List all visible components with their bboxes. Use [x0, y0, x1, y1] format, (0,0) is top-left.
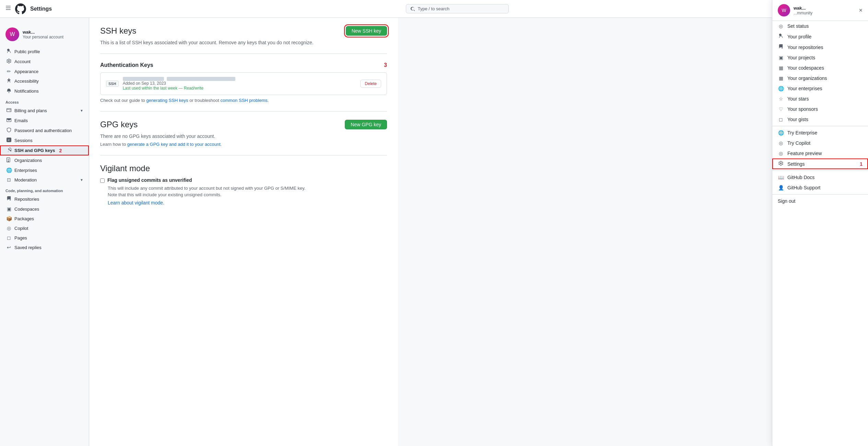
beaker-icon: ◎	[778, 151, 784, 156]
generate-gpg-link[interactable]: generate a GPG key and add it to your ac…	[127, 142, 221, 147]
sidebar-item-label: Organizations	[14, 158, 42, 163]
sidebar-item-sessions[interactable]: Sessions	[0, 136, 89, 145]
key-added-date: Added on Sep 13, 2023	[123, 81, 356, 86]
dropdown-item-label: Feature preview	[787, 151, 822, 156]
learn-pre: Learn how to	[100, 142, 127, 147]
vigilant-checkbox-row: Flag unsigned commits as unverified	[100, 177, 387, 183]
sidebar-item-enterprises[interactable]: 🌐 Enterprises	[0, 165, 89, 175]
sidebar-item-notifications[interactable]: Notifications	[0, 86, 89, 96]
close-dropdown-button[interactable]: ×	[859, 7, 863, 14]
dropdown-your-codespaces[interactable]: ▦ Your codespaces	[772, 63, 868, 73]
enterprise-icon: 🌐	[778, 130, 784, 136]
sidebar-item-label: Account	[14, 59, 31, 64]
dropdown-divider-1	[772, 126, 868, 126]
sidebar-item-label: Moderation	[14, 177, 37, 183]
sidebar-item-password[interactable]: Password and authentication	[0, 126, 89, 136]
guide-text: Check out our guide to generating SSH ke…	[100, 98, 387, 103]
dropdown-avatar: W	[778, 4, 790, 16]
dropdown-your-projects[interactable]: ▣ Your projects	[772, 52, 868, 63]
copilot-icon: ◎	[6, 225, 12, 231]
sidebar-item-label: Accessibility	[14, 79, 39, 84]
dropdown-your-organizations[interactable]: ▦ Your organizations	[772, 73, 868, 83]
generating-ssh-keys-link[interactable]: generating SSH keys	[146, 98, 188, 103]
dropdown-github-docs[interactable]: 📖 GitHub Docs	[772, 172, 868, 183]
dropdown-settings[interactable]: Settings 1	[772, 159, 868, 169]
guide-text-mid: or troubleshoot	[188, 98, 221, 103]
sidebar-item-label: Password and authentication	[14, 128, 72, 133]
sidebar-item-account[interactable]: Account	[0, 57, 89, 67]
sidebar: W wak... Your personal account Public pr…	[0, 18, 89, 446]
sidebar-item-label: Appearance	[14, 69, 38, 74]
divider-2	[100, 111, 387, 112]
sidebar-item-copilot[interactable]: ◎ Copilot	[0, 223, 89, 233]
dropdown-header: W wak... ...mmunity ×	[772, 0, 868, 21]
sidebar-item-codespaces[interactable]: ▣ Codespaces	[0, 204, 89, 214]
sidebar-item-appearance[interactable]: ✏ Appearance	[0, 67, 89, 76]
sidebar-item-label: Codespaces	[14, 207, 39, 212]
sidebar-item-repositories[interactable]: Repositories	[0, 194, 89, 204]
ssh-description: This is a list of SSH keys associated wi…	[100, 40, 387, 45]
key-name	[123, 77, 356, 81]
vigilant-desc-2: Note that this will include your existin…	[108, 192, 387, 197]
sidebar-item-label: Billing and plans	[14, 108, 47, 113]
dropdown-try-enterprise[interactable]: 🌐 Try Enterprise	[772, 128, 868, 138]
dropdown-github-support[interactable]: 👤 GitHub Support	[772, 183, 868, 193]
sidebar-item-emails[interactable]: Emails	[0, 116, 89, 126]
sidebar-item-packages[interactable]: 📦 Packages	[0, 214, 89, 223]
dropdown-item-label: Your sponsors	[787, 106, 818, 112]
broadcast-icon	[6, 138, 12, 143]
dropdown-item-label: Try Copilot	[787, 140, 810, 146]
sidebar-item-organizations[interactable]: Organizations	[0, 155, 89, 165]
sidebar-item-label: Notifications	[14, 89, 39, 94]
sidebar-item-accessibility[interactable]: Accessibility	[0, 76, 89, 86]
dropdown-try-copilot[interactable]: ◎ Try Copilot	[772, 138, 868, 148]
vigilant-learn-link[interactable]: Learn about vigilant mode.	[108, 200, 164, 206]
dropdown-your-stars[interactable]: ☆ Your stars	[772, 94, 868, 104]
dropdown-sign-out[interactable]: Sign out	[772, 196, 868, 206]
dropdown-item-label: Your gists	[787, 117, 808, 122]
dropdown-your-enterprises[interactable]: 🌐 Your enterprises	[772, 83, 868, 94]
credit-card-icon	[6, 108, 12, 114]
dropdown-username: wak...	[794, 5, 812, 11]
sidebar-item-public-profile[interactable]: Public profile	[0, 47, 89, 57]
new-ssh-key-button[interactable]: New SSH key	[346, 26, 387, 36]
new-gpg-key-button[interactable]: New GPG key	[345, 120, 387, 129]
gpg-section-header: GPG keys New GPG key	[100, 120, 387, 129]
sidebar-item-ssh-gpg[interactable]: SSH and GPG keys 2	[0, 145, 89, 155]
search-bar[interactable]: Type / to search	[406, 4, 509, 13]
sidebar-user: W wak... Your personal account	[0, 25, 89, 47]
guide-text-post: .	[268, 98, 269, 103]
sidebar-item-billing[interactable]: Billing and plans ▼	[0, 106, 89, 116]
dropdown-your-profile[interactable]: Your profile	[772, 31, 868, 42]
dropdown-item-label: Your profile	[787, 34, 811, 39]
sidebar-item-label: Enterprises	[14, 168, 37, 173]
gpg-learn-text: Learn how to generate a GPG key and add …	[100, 142, 387, 147]
sidebar-item-moderation[interactable]: ⊡ Moderation ▼	[0, 175, 89, 185]
ssh-key-card: SSH Added on Sep 13, 2023 Last used with…	[100, 72, 387, 95]
sidebar-item-pages[interactable]: ◻ Pages	[0, 233, 89, 243]
organization-icon	[6, 157, 12, 163]
delete-key-button[interactable]: Delete	[360, 80, 381, 88]
vigilant-checkbox[interactable]	[100, 178, 105, 183]
dropdown-set-status[interactable]: ◎ Set status	[772, 21, 868, 31]
settings-gear-icon	[778, 161, 784, 167]
hamburger-menu-icon[interactable]	[5, 5, 11, 12]
dropdown-your-gists[interactable]: ◻ Your gists	[772, 114, 868, 125]
vigilant-checkbox-section: Flag unsigned commits as unverified This…	[100, 177, 387, 206]
sidebar-item-label: Copilot	[14, 226, 28, 231]
dropdown-item-label: Your enterprises	[787, 86, 822, 91]
dropdown-your-sponsors[interactable]: ♡ Your sponsors	[772, 104, 868, 114]
auth-keys-header: Authentication Keys 3	[100, 62, 387, 68]
dropdown-item-label: Try Enterprise	[787, 130, 817, 136]
vigilant-mode-section: Vigilant mode Flag unsigned commits as u…	[100, 164, 387, 206]
dropdown-your-repositories[interactable]: Your repositories	[772, 42, 868, 52]
dropdown-feature-preview[interactable]: ◎ Feature preview	[772, 148, 868, 159]
copilot-icon: ◎	[778, 140, 784, 146]
support-icon: 👤	[778, 185, 784, 190]
common-ssh-problems-link[interactable]: common SSH problems	[221, 98, 268, 103]
sidebar-item-saved-replies[interactable]: ↩ Saved replies	[0, 243, 89, 252]
main-container: W wak... Your personal account Public pr…	[0, 18, 868, 446]
shield-icon	[6, 128, 12, 133]
top-navigation: Settings Type / to search	[0, 0, 868, 18]
guide-text-pre: Check out our guide to	[100, 98, 146, 103]
